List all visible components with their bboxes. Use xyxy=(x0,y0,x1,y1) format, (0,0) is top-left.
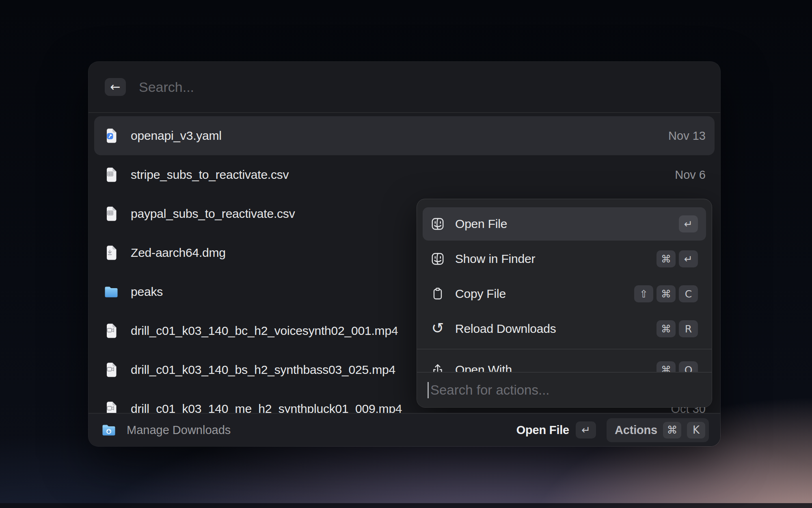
file-name: peaks xyxy=(131,285,163,299)
primary-action-label: Open File xyxy=(516,423,569,437)
cmd-key-badge: ⌘ xyxy=(657,320,676,337)
enter-key-badge: ↵ xyxy=(679,250,698,267)
file-icon xyxy=(103,401,119,413)
action-item-open-with[interactable]: Open With... ⌘ O xyxy=(423,353,706,372)
source-label: Manage Downloads xyxy=(127,423,231,437)
action-item-open-file[interactable]: Open File ↵ xyxy=(423,207,706,241)
k-key-badge: K xyxy=(687,422,705,439)
cmd-key-badge: ⌘ xyxy=(663,422,681,439)
o-key-badge: O xyxy=(679,361,698,372)
file-row[interactable]: stripe_subs_to_reactivate.csv Nov 6 xyxy=(94,155,715,194)
r-key-badge: R xyxy=(679,320,698,337)
cmd-key-badge: ⌘ xyxy=(657,250,676,267)
enter-key-badge: ↵ xyxy=(679,215,698,232)
clipboard-icon xyxy=(431,287,445,301)
file-icon xyxy=(103,206,119,222)
finder-icon xyxy=(431,217,445,231)
c-key-badge: C xyxy=(679,285,698,302)
action-label: Reload Downloads xyxy=(455,322,556,336)
menu-divider xyxy=(417,349,712,350)
launcher-window: ← openapi_v3.yaml Nov 13 stripe_subs_to_… xyxy=(89,62,720,446)
arrow-left-icon: ← xyxy=(110,81,120,93)
primary-action-button[interactable]: Open File ↵ xyxy=(516,421,596,439)
search-input[interactable] xyxy=(139,79,704,95)
text-caret xyxy=(428,382,429,398)
folder-icon xyxy=(103,284,119,300)
file-date: Nov 6 xyxy=(675,168,706,182)
actions-search-input[interactable] xyxy=(430,382,701,398)
file-icon xyxy=(103,323,119,339)
open-with-icon xyxy=(431,363,445,372)
cmd-key-badge: ⌘ xyxy=(657,361,676,372)
manage-downloads-source: Manage Downloads xyxy=(101,422,231,438)
file-icon xyxy=(103,167,119,183)
file-icon xyxy=(103,362,119,378)
downloads-folder-icon xyxy=(101,422,117,438)
cmd-key-badge: ⌘ xyxy=(657,285,676,302)
file-icon xyxy=(103,128,119,144)
file-name: Zed-aarch64.dmg xyxy=(131,246,226,260)
action-item-copy-file[interactable]: Copy File ⇧ ⌘ C xyxy=(423,277,706,310)
back-button[interactable]: ← xyxy=(105,78,126,96)
file-name: paypal_subs_to_reactivate.csv xyxy=(131,207,295,221)
file-row[interactable]: openapi_v3.yaml Nov 13 xyxy=(94,116,715,155)
file-icon xyxy=(103,245,119,261)
footer: Manage Downloads Open File ↵ Actions ⌘ K xyxy=(89,413,720,446)
file-date: Nov 13 xyxy=(668,129,706,143)
action-item-reload-downloads[interactable]: ↺ Reload Downloads ⌘ R xyxy=(423,312,706,345)
file-name: drill_c01_k03_140_bs_h2_synthbass03_025.… xyxy=(131,363,395,377)
finder-icon xyxy=(431,252,445,266)
shift-key-badge: ⇧ xyxy=(634,285,653,302)
action-item-show-in-finder[interactable]: Show in Finder ⌘ ↵ xyxy=(423,242,706,276)
actions-menu: Open File ↵ Show in Finder ⌘ ↵ Copy File… xyxy=(417,199,712,407)
action-label: Open File xyxy=(455,217,507,231)
actions-label: Actions xyxy=(615,423,657,437)
file-name: drill_c01_k03_140_bc_h2_voicesynth02_001… xyxy=(131,324,398,338)
action-label: Open With... xyxy=(455,363,522,372)
search-bar: ← xyxy=(89,62,720,113)
screen-bottom-strip xyxy=(0,503,812,508)
file-name: drill_c01_k03_140_me_h2_synthpluck01_009… xyxy=(131,402,402,413)
action-label: Show in Finder xyxy=(455,252,535,266)
actions-button[interactable]: Actions ⌘ K xyxy=(607,418,709,442)
actions-menu-list: Open File ↵ Show in Finder ⌘ ↵ Copy File… xyxy=(417,199,712,372)
reload-icon: ↺ xyxy=(431,322,445,336)
action-label: Copy File xyxy=(455,287,506,301)
file-name: openapi_v3.yaml xyxy=(131,129,222,143)
file-name: stripe_subs_to_reactivate.csv xyxy=(131,168,289,182)
enter-key-badge: ↵ xyxy=(576,421,596,439)
actions-search-field xyxy=(417,372,712,407)
